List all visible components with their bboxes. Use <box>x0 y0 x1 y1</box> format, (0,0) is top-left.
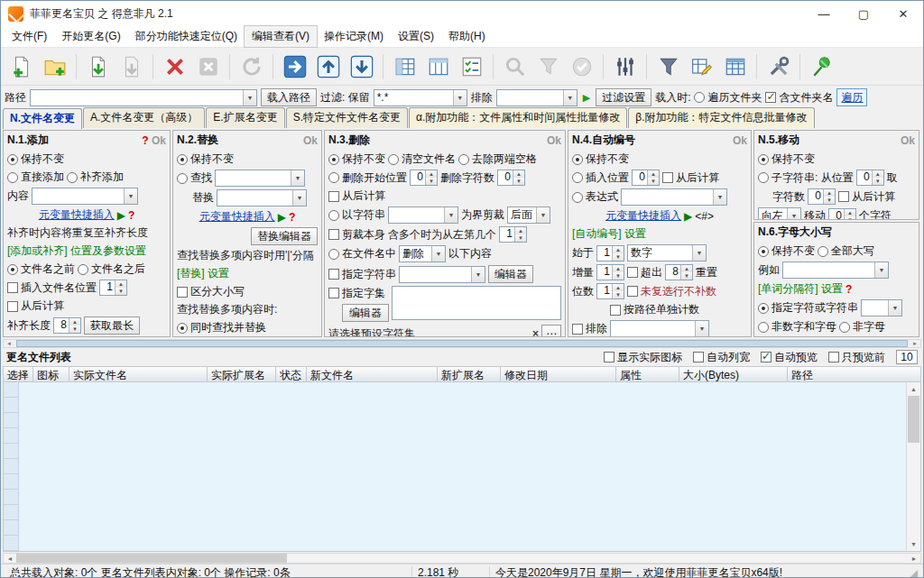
maximize-icon[interactable]: ▢ <box>844 1 883 26</box>
clear-name-option[interactable]: 清空文件名 <box>388 151 456 167</box>
expression-input[interactable]: ▼ <box>621 188 727 206</box>
traverse-button[interactable]: 遍历 <box>836 88 867 106</box>
scrollbar-thumb[interactable] <box>16 554 287 563</box>
expand-arrow-icon[interactable]: ▶ <box>117 209 125 222</box>
non-alpha-option[interactable]: 非字母 <box>839 319 885 335</box>
col-mod-date[interactable]: 修改日期 <box>501 366 616 382</box>
spin-up-icon[interactable]: ▲ <box>513 170 524 178</box>
tab-filename-change[interactable]: N.文件名变更 <box>3 108 82 129</box>
cut-side-select[interactable]: 后面▼ <box>507 206 550 224</box>
trim-option[interactable]: 去除两端空格 <box>458 151 537 167</box>
show-icons-option[interactable]: 显示实际图标 <box>604 350 682 365</box>
replace-editor-button[interactable]: 替换编辑器 <box>251 227 318 245</box>
filter-funnel-icon[interactable] <box>651 50 685 83</box>
scroll-up-icon[interactable]: ▲ <box>907 382 920 396</box>
col-size[interactable]: 大小(Bytes) <box>679 366 788 382</box>
del-range-option[interactable]: 删除开始位置 0▲▼ 删除字符数 0▲▼ <box>328 170 561 186</box>
ok-label[interactable]: Ok <box>901 134 915 147</box>
del-mode-select[interactable]: 删除▼ <box>399 245 446 262</box>
check-list-icon[interactable] <box>455 50 488 83</box>
expand-arrow-icon[interactable]: ▶ <box>684 210 692 223</box>
tools-icon[interactable] <box>762 50 795 83</box>
menu-edit-view[interactable]: 编辑查看(V) <box>245 26 317 47</box>
menu-start-rename[interactable]: 开始更名(G) <box>54 26 127 47</box>
spin-up-icon[interactable]: ▲ <box>845 209 855 216</box>
spin-up-icon[interactable]: ▲ <box>824 189 835 197</box>
after-name-option[interactable]: 文件名之后 <box>78 261 145 277</box>
pin-icon[interactable] <box>805 50 838 83</box>
col-attr[interactable]: 属性 <box>616 366 679 382</box>
chevron-down-icon[interactable]: ▼ <box>692 245 706 261</box>
panels-horizontal-scrollbar[interactable]: ◄ ► <box>3 339 921 348</box>
menu-file[interactable]: 文件(F) <box>5 26 54 47</box>
spin-up-icon[interactable]: ▲ <box>613 246 624 253</box>
spin-up-icon[interactable]: ▲ <box>69 318 80 326</box>
add-keep-option[interactable]: 保持不变 <box>7 151 166 167</box>
tab-extension-change[interactable]: E.扩展名变更 <box>206 107 284 128</box>
delete-icon[interactable] <box>158 50 191 83</box>
charset-listbox[interactable] <box>392 286 561 320</box>
get-longest-button[interactable]: 获取最长 <box>84 317 140 335</box>
spin-down-icon[interactable]: ▼ <box>873 178 883 185</box>
meta-var-insert-link[interactable]: 元变量快捷插入 <box>605 208 681 224</box>
close-icon[interactable]: ✕ <box>883 1 923 26</box>
traverse-folders-option[interactable]: 遍历文件夹 <box>694 90 762 106</box>
del-start-spinner[interactable]: 0▲▼ <box>410 170 438 186</box>
col-actual-ext[interactable]: 实际扩展名 <box>208 366 276 382</box>
spin-up-icon[interactable]: ▲ <box>613 284 624 291</box>
scrollbar-thumb[interactable] <box>908 396 919 443</box>
col-actual-name[interactable]: 实际文件名 <box>69 366 208 382</box>
new-file-icon[interactable] <box>5 50 38 83</box>
col-status[interactable]: 状态 <box>276 366 307 382</box>
expand-arrow-icon[interactable]: ▶ <box>278 211 286 224</box>
scrollbar-thumb[interactable] <box>16 340 908 347</box>
chevron-down-icon[interactable]: ▼ <box>291 170 304 186</box>
no-pad-unchecked-checkbox[interactable] <box>627 286 638 297</box>
spin-down-icon[interactable]: ▼ <box>515 234 526 242</box>
edit-table-icon[interactable] <box>685 50 718 83</box>
chevron-down-icon[interactable]: ▼ <box>888 300 901 316</box>
case-sensitive-checkbox[interactable] <box>177 287 188 298</box>
apply-check-icon[interactable] <box>565 50 598 83</box>
spin-up-icon[interactable]: ▲ <box>613 265 624 272</box>
col-path[interactable]: 路径 <box>788 366 921 382</box>
char-count-spinner[interactable]: 0▲▼ <box>808 188 836 205</box>
delete-keep-option[interactable]: 保持不变 <box>328 151 385 167</box>
spin-down-icon[interactable]: ▼ <box>648 178 659 185</box>
chevron-down-icon[interactable]: ▼ <box>243 90 256 106</box>
spin-down-icon[interactable]: ▼ <box>681 272 692 280</box>
spin-down-icon[interactable]: ▼ <box>613 291 624 298</box>
menu-help[interactable]: 帮助(H) <box>441 26 493 47</box>
from-end-checkbox[interactable] <box>328 191 339 202</box>
spec-chars-option[interactable]: 指定字符或字符串 ▼ <box>758 299 915 317</box>
spin-down-icon[interactable]: ▼ <box>845 216 855 221</box>
chevron-down-icon[interactable]: ▼ <box>536 207 550 223</box>
chevron-down-icon[interactable]: ▼ <box>124 188 137 204</box>
chevron-down-icon[interactable]: ▼ <box>874 262 888 278</box>
spec-charset-checkbox[interactable] <box>328 288 339 298</box>
filter-settings-button[interactable]: 过滤设置 <box>596 88 651 106</box>
tab-specific-filename[interactable]: S.特定文件文件名变更 <box>286 107 408 128</box>
meta-var-insert-link[interactable]: 元变量快捷插入 <box>39 207 115 223</box>
chevron-down-icon[interactable]: ▼ <box>444 207 457 223</box>
string-editor-button[interactable]: 编辑器 <box>488 265 533 283</box>
scroll-left-icon[interactable]: ◄ <box>4 555 16 562</box>
spin-up-icon[interactable]: ▲ <box>515 227 526 234</box>
spin-down-icon[interactable]: ▼ <box>613 253 624 261</box>
column-view-icon[interactable] <box>421 50 455 83</box>
upper-option[interactable]: 全部大写 <box>818 243 874 259</box>
vertical-scrollbar[interactable]: ▲ ▼ <box>906 382 920 551</box>
spin-down-icon[interactable]: ▼ <box>69 326 80 333</box>
move-count-spinner[interactable]: 0▲▼ <box>828 208 856 221</box>
scroll-down-icon[interactable]: ▼ <box>907 537 920 551</box>
path-input[interactable]: ▼ <box>30 89 257 106</box>
file-grid-area[interactable] <box>19 382 906 551</box>
pad-len-spinner[interactable]: 8▲▼ <box>53 317 81 334</box>
overflow-checkbox[interactable] <box>627 267 638 278</box>
chevron-down-icon[interactable]: ▼ <box>453 90 467 106</box>
chevron-down-icon[interactable]: ▼ <box>431 246 445 261</box>
substring-option[interactable]: 子字符串: 从位置 0▲▼ 取 <box>758 170 915 186</box>
col-icon[interactable]: 图标 <box>33 366 69 382</box>
simultaneous-option[interactable]: 同时查找并替换 <box>177 320 318 335</box>
from-end-checkbox[interactable] <box>7 301 18 312</box>
